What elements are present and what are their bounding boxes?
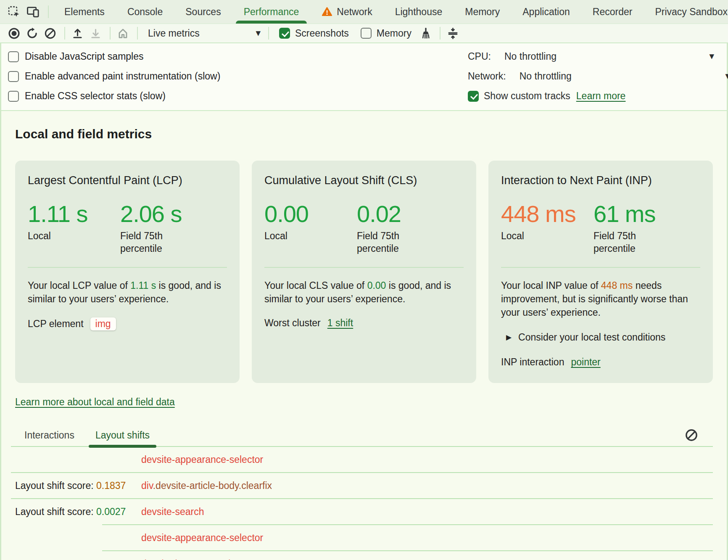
tab-elements[interactable]: Elements [53,0,116,24]
cls-description: Your local CLS value of 0.00 is good, an… [264,279,464,306]
tab-memory[interactable]: Memory [454,0,511,24]
download-icon [89,27,102,40]
element-node-link[interactable]: div.devsite-article-body.clearfix [141,480,272,491]
card-divider [501,267,700,268]
card-divider [28,267,227,268]
checkbox-label: Memory [377,28,411,39]
checkbox-unchecked-icon [8,91,19,102]
disclosure-label: Consider your local test conditions [518,332,665,343]
tab-privacy-sandbox[interactable]: Privacy Sandbox [644,0,728,24]
tab-label: Application [522,6,570,18]
toolbar-divider [64,27,65,40]
checkbox-checked-icon [468,91,479,102]
tab-performance[interactable]: Performance [232,0,311,24]
view-mode-value: Live metrics [148,28,200,39]
tab-label: Console [127,6,163,18]
custom-tracks-learn-more-link[interactable]: Learn more [576,90,626,102]
clear-button[interactable] [42,25,58,42]
disable-js-samples-checkbox[interactable]: Disable JavaScript samples [8,47,220,66]
cls-card-title: Cumulative Layout Shift (CLS) [264,174,464,187]
reload-and-record-button[interactable] [24,25,40,42]
warning-icon [322,6,332,17]
live-metrics-log: Interactions Layout shifts devsite-appea… [15,425,713,560]
tab-label: Recorder [593,6,633,18]
tab-network[interactable]: Network [310,0,383,24]
cls-field-column: 0.02 Field 75th percentile [357,202,464,255]
element-node-link[interactable]: devsite-search [141,506,204,517]
lcp-card: Largest Contentful Paint (LCP) 1.11 s Lo… [15,161,240,383]
inspect-element-button[interactable] [6,4,22,20]
tab-layout-shifts[interactable]: Layout shifts [87,425,158,446]
show-custom-tracks-row: Show custom tracks Learn more [468,86,720,106]
capture-settings: Disable JavaScript samples Enable advanc… [1,43,727,111]
inp-interaction-link[interactable]: pointer [571,357,600,368]
toolbar-divider [110,27,111,40]
cls-field-label: Field 75th percentile [357,230,420,255]
tab-application[interactable]: Application [511,0,581,24]
tab-label: Performance [244,6,299,18]
cpu-label: CPU: [468,51,491,62]
local-field-metrics-heading: Local and field metrics [15,127,713,141]
local-test-conditions-disclosure[interactable]: ▶ Consider your local test conditions [501,332,700,343]
checkbox-unchecked-icon [8,51,19,62]
home-icon [116,27,129,40]
tab-label: Lighthouse [395,6,443,18]
screenshots-checkbox[interactable]: Screenshots [279,28,349,39]
tab-label: Sources [185,6,221,18]
cls-worst-cluster-row: Worst cluster 1 shift [264,317,464,329]
local-field-data-learn-more-link[interactable]: Learn more about local and field data [15,396,175,408]
tab-recorder[interactable]: Recorder [581,0,644,24]
inp-desc-value: 448 ms [601,280,633,291]
view-mode-select[interactable]: Live metrics ▼ [142,28,264,39]
shift-score-cell: Layout shift score: 0.0027 [15,506,141,518]
layout-shift-row: devsite-appearance-selector [15,447,713,472]
layout-shift-row: Layout shift score: 0.0027 devsite-searc… [15,499,713,524]
upload-profile-button[interactable] [69,25,86,42]
dropdown-icon: ▼ [725,73,728,79]
lcp-element-node-link[interactable]: img [90,317,116,330]
shift-element-cell: devsite-appearance-selector [141,454,713,465]
worst-cluster-link[interactable]: 1 shift [327,317,353,329]
score-prefix: Layout shift score: [15,506,96,517]
tab-console[interactable]: Console [116,0,174,24]
collect-garbage-button[interactable] [417,25,434,42]
clear-log-button[interactable] [683,426,700,444]
tab-sources[interactable]: Sources [174,0,232,24]
inp-card-title: Interaction to Next Paint (INP) [501,174,700,187]
css-selector-stats-checkbox[interactable]: Enable CSS selector stats (slow) [8,86,220,106]
cls-local-column: 0.00 Local [264,202,357,255]
lcp-card-title: Largest Contentful Paint (LCP) [28,174,227,187]
toolbar-divider [268,27,269,40]
performance-toolbar: Live metrics ▼ Screenshots Memory [0,24,728,43]
tab-interactions[interactable]: Interactions [16,425,83,446]
capture-settings-right: CPU: No throttling ▼ Network: No throttl… [468,47,720,106]
save-profile-button[interactable] [87,25,104,42]
cpu-throttling-select[interactable]: CPU: No throttling ▼ [468,47,720,66]
shift-element-cell: devsite-language-selector [141,558,713,560]
network-throttling-select[interactable]: Network: No throttling ▼ [468,66,720,86]
show-custom-tracks-checkbox[interactable]: Show custom tracks [468,90,570,102]
inp-local-value: 448 ms [501,202,593,226]
home-button[interactable] [115,25,131,42]
lcp-field-label: Field 75th percentile [120,230,183,255]
worst-cluster-label: Worst cluster [264,317,321,329]
network-label: Network: [468,71,506,82]
shift-score-value: 0.1837 [96,480,126,491]
device-toolbar-button[interactable] [25,4,41,20]
advanced-paint-instrumentation-checkbox[interactable]: Enable advanced paint instrumentation (s… [8,66,220,86]
disclosure-triangle-icon: ▶ [506,334,512,341]
record-button[interactable] [6,25,22,42]
collapse-sections-button[interactable] [445,25,461,42]
shift-score-cell: Layout shift score: 0.1837 [15,480,141,491]
layout-shift-row: devsite-appearance-selector [15,525,713,550]
element-node-link[interactable]: devsite-appearance-selector [141,454,263,465]
element-node-link[interactable]: devsite-appearance-selector [141,532,263,543]
inspect-icon [8,5,21,18]
inp-field-value: 61 ms [593,202,700,226]
memory-checkbox[interactable]: Memory [361,28,411,39]
inp-field-label: Field 75th percentile [593,230,657,255]
tab-lighthouse[interactable]: Lighthouse [384,0,454,24]
lcp-field-value: 2.06 s [120,202,227,226]
element-node-link[interactable]: devsite-language-selector [141,558,252,560]
live-metrics-view: Local and field metrics Largest Contentf… [1,111,727,560]
